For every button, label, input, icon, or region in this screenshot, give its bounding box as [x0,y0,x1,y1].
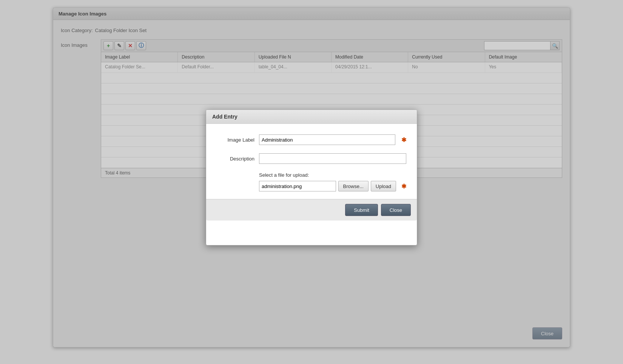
image-label-input[interactable] [259,134,395,145]
description-label: Description [217,156,254,162]
main-window: Manage Icon Images Icon Category: Catalo… [53,8,570,347]
upload-button[interactable]: Upload [371,181,396,191]
modal-title-bar: Add Entry [206,110,417,124]
image-label-row: Image Label ✱ [217,134,406,145]
modal-title: Add Entry [212,114,237,120]
modal-footer: Submit Close [206,199,417,221]
add-entry-modal: Add Entry Image Label ✱ Description Sele… [206,110,417,245]
upload-prompt: Select a file for upload: [259,172,406,178]
upload-required: ✱ [401,183,406,190]
description-row: Description [217,153,406,164]
modal-close-button[interactable]: Close [381,204,411,216]
image-label-required: ✱ [401,136,406,143]
description-input[interactable] [259,153,406,164]
upload-row: Browse... Upload ✱ [259,181,406,191]
browse-button[interactable]: Browse... [338,181,369,191]
modal-body: Image Label ✱ Description Select a file … [206,124,417,199]
image-label-label: Image Label [217,137,254,143]
upload-section: Select a file for upload: Browse... Uplo… [259,172,406,191]
submit-button[interactable]: Submit [345,204,378,216]
modal-overlay: Add Entry Image Label ✱ Description Sele… [53,8,570,347]
upload-filename-input[interactable] [259,181,336,191]
